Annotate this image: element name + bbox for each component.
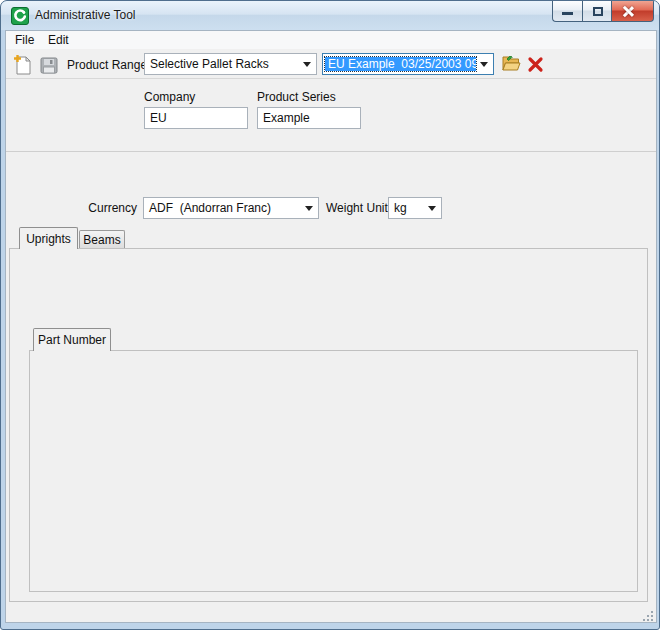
tab-beams[interactable]: Beams (79, 230, 125, 249)
product-range-label: Product Range (67, 58, 147, 72)
tab-uprights[interactable]: Uprights (19, 227, 78, 249)
weight-unit-label: Weight Unit (326, 201, 388, 215)
window-title: Administrative Tool (35, 8, 136, 22)
product-series-label: Product Series (257, 90, 336, 104)
maximize-icon (593, 7, 603, 16)
app-window: Administrative Tool File Edit Product Ra… (0, 0, 660, 630)
open-folder-icon[interactable] (501, 55, 522, 73)
company-field[interactable] (144, 107, 248, 129)
caption-buttons (552, 1, 654, 22)
company-label: Company (144, 90, 195, 104)
product-series-field[interactable] (257, 107, 361, 129)
delete-icon[interactable] (527, 56, 544, 73)
close-button[interactable] (612, 1, 654, 22)
title-bar[interactable]: Administrative Tool (1, 1, 660, 30)
menu-file[interactable]: File (15, 33, 34, 47)
weight-unit-combo[interactable]: kg (388, 197, 442, 219)
save-icon[interactable] (40, 57, 58, 74)
currency-combo[interactable]: ADF (Andorran Franc) (143, 197, 319, 219)
chevron-down-icon[interactable] (476, 54, 493, 74)
product-range-combo[interactable]: Selective Pallet Racks (144, 53, 317, 75)
chevron-down-icon[interactable] (424, 198, 441, 218)
menu-bar (6, 31, 656, 49)
example-combo[interactable]: EU Example 03/25/2003 09:40 (322, 53, 494, 75)
app-icon (11, 7, 29, 25)
resize-grip[interactable] (641, 609, 654, 622)
chevron-down-icon[interactable] (299, 54, 316, 74)
part-number-panel (29, 350, 638, 592)
maximize-button[interactable] (582, 1, 612, 22)
currency-label: Currency (41, 201, 137, 215)
separator (6, 151, 656, 152)
minimize-icon (562, 12, 573, 15)
menu-edit[interactable]: Edit (48, 33, 69, 47)
minimize-button[interactable] (552, 1, 582, 22)
new-document-icon[interactable] (13, 54, 32, 75)
chevron-down-icon[interactable] (301, 198, 318, 218)
tab-part-number[interactable]: Part Number (33, 328, 111, 351)
